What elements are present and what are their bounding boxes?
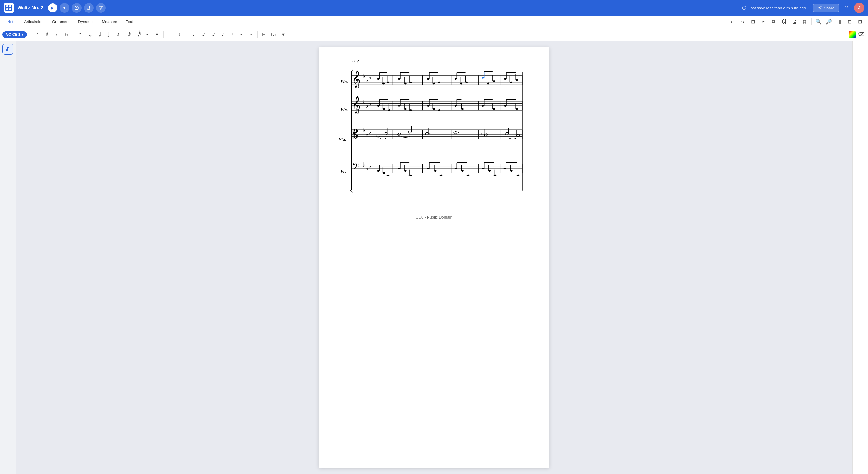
svg-point-5 — [76, 7, 77, 8]
mordent-btn[interactable]: ~ — [237, 30, 246, 39]
fermata-btn[interactable]: 𝄐 — [246, 30, 255, 39]
thirty-second-note-btn[interactable]: 𝅘𝅥𝅱 — [133, 30, 142, 39]
svg-line-19 — [818, 8, 821, 9]
redo-button[interactable]: ↪ — [738, 17, 747, 26]
sep5 — [257, 31, 258, 38]
table-button[interactable]: ▦ — [800, 17, 809, 26]
svg-point-12 — [101, 7, 102, 8]
print-button[interactable]: 🖨 — [789, 17, 799, 26]
svg-line-18 — [818, 7, 821, 8]
cursor-btn[interactable]: 𝅘𝅥 — [188, 30, 197, 39]
scissors-button[interactable]: ✂ — [758, 17, 768, 26]
sep2 — [73, 31, 73, 38]
svg-rect-1 — [9, 5, 11, 7]
app-logo[interactable] — [4, 3, 14, 13]
help-button[interactable]: ? — [841, 3, 851, 13]
menu-text[interactable]: Text — [122, 18, 137, 26]
menu-articulation[interactable]: Articulation — [20, 18, 47, 26]
save-status: Last save less than a minute ago — [742, 5, 806, 10]
svg-rect-0 — [6, 5, 8, 7]
document-title[interactable]: Waltz No. 2 — [18, 5, 43, 10]
user-avatar[interactable]: J — [854, 3, 864, 13]
layout-tool-btn[interactable]: ⊞ — [259, 30, 269, 39]
note-toolbar: VOICE 1 ▾ ♮ ♯ ♭ 𝄫♯ 𝄻 𝅝 𝅗𝅥 ♩ ♪ 𝅘𝅥𝅯 𝅘𝅥𝅱 • … — [0, 28, 868, 41]
svg-point-11 — [99, 6, 101, 7]
flip-stem-btn[interactable]: ↕ — [175, 30, 184, 39]
svg-rect-2 — [6, 8, 8, 10]
color-picker-button[interactable] — [848, 31, 856, 38]
image-button[interactable]: 🖼 — [779, 17, 788, 26]
svg-rect-3 — [9, 8, 11, 10]
sep1 — [31, 31, 31, 38]
grace-note-btn[interactable]: 𝅗𝅥 — [227, 30, 236, 39]
menu-dynamic[interactable]: Dynamic — [74, 18, 97, 26]
dot-btn[interactable]: • — [143, 30, 152, 39]
menubar: Note Articulation Ornament Dynamic Measu… — [0, 16, 868, 28]
dropdown-arrow-button[interactable]: ▾ — [60, 3, 69, 13]
menu-measure[interactable]: Measure — [98, 18, 121, 26]
voice-selector[interactable]: VOICE 1 ▾ — [2, 31, 27, 38]
tremolo-btn[interactable]: 𝅘𝅥𝅯 — [217, 30, 226, 39]
copy-button[interactable]: ⧉ — [769, 17, 778, 26]
play-button[interactable]: ▶ — [48, 3, 57, 12]
layout-button[interactable]: ⊡ — [845, 17, 854, 26]
app-logo-icon — [5, 4, 12, 11]
menu-ornament[interactable]: Ornament — [49, 18, 73, 26]
octave-dropdown-btn[interactable]: ▾ — [279, 30, 288, 39]
menu-note[interactable]: Note — [4, 18, 19, 26]
metronome-button[interactable] — [84, 3, 94, 13]
loop-button[interactable] — [72, 3, 82, 13]
zoom-out-button[interactable]: 🔍 — [814, 17, 823, 26]
sharp-btn[interactable]: ♯ — [42, 30, 52, 39]
dot-dropdown-btn[interactable]: ▾ — [152, 30, 161, 39]
separator — [811, 18, 812, 26]
share-button[interactable]: Share — [813, 4, 839, 12]
undo-button[interactable]: ↩ — [728, 17, 737, 26]
articulation-mark-btn[interactable]: — — [165, 30, 175, 39]
barlines-button[interactable]: ||| — [835, 17, 844, 26]
natural-btn[interactable]: ♮ — [33, 30, 42, 39]
double-flat-btn[interactable]: 𝄫♯ — [62, 30, 71, 39]
whole-rest-btn[interactable]: 𝄻 — [75, 30, 84, 39]
whole-note-btn[interactable]: 𝅝 — [85, 30, 94, 39]
svg-point-13 — [100, 8, 101, 10]
sep3 — [163, 31, 164, 38]
expand-button[interactable]: ⊞ — [748, 17, 757, 26]
sep4 — [186, 31, 186, 38]
toolbar-right: ⌫ — [848, 30, 866, 39]
eighth-note-btn[interactable]: ♪ — [114, 30, 123, 39]
half-note-btn[interactable]: 𝅗𝅥 — [94, 30, 103, 39]
chord-btn[interactable]: 𝅘𝅥𝅮 — [198, 30, 207, 39]
quarter-note-btn[interactable]: ♩ — [104, 30, 113, 39]
octave-btn[interactable]: 8va — [269, 30, 278, 39]
sixteenth-note-btn[interactable]: 𝅘𝅥𝅯 — [123, 30, 132, 39]
delete-btn[interactable]: ⌫ — [857, 30, 866, 39]
topbar: Waltz No. 2 ▶ ▾ Last save less than a mi… — [0, 0, 868, 16]
arpeggio-btn[interactable]: 𝆞𝅘𝅥𝅮 — [208, 30, 217, 39]
zoom-in-button[interactable]: 🔎 — [824, 17, 833, 26]
flat-btn[interactable]: ♭ — [52, 30, 61, 39]
grid-button[interactable]: ⊞ — [855, 17, 864, 26]
mixer-button[interactable] — [96, 3, 106, 13]
